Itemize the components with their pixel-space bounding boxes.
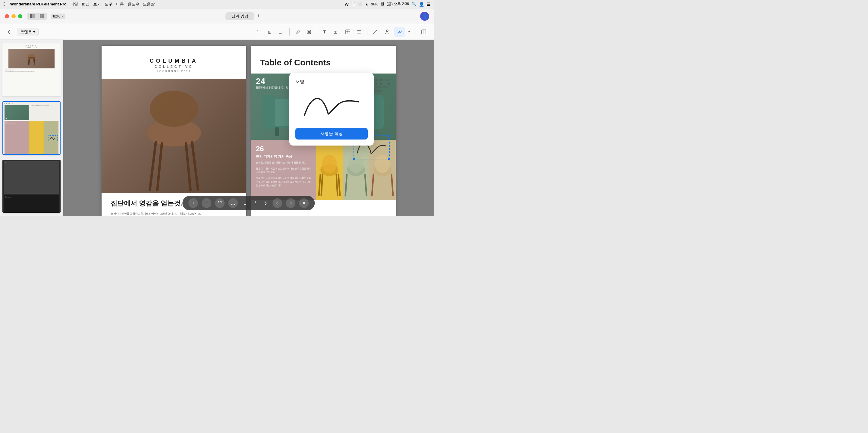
signature-tool-group: ▾ bbox=[394, 27, 413, 37]
menu-help[interactable]: 도움말 bbox=[143, 1, 155, 7]
menu-edit[interactable]: 편집 bbox=[82, 1, 90, 7]
insert-table-button[interactable] bbox=[342, 27, 353, 37]
add-tab-button[interactable]: + bbox=[257, 13, 260, 19]
create-signature-button[interactable]: 서명을 작성 bbox=[296, 128, 368, 140]
datetime: (금) 오후 2:36 bbox=[387, 1, 409, 7]
titlebar: 82% ▾ 집과 영감 + 👤 bbox=[0, 8, 434, 24]
lookbook-year: LOOKBOOK 2019 bbox=[111, 70, 237, 73]
shape-person-button[interactable] bbox=[382, 27, 393, 37]
zoom-out-button[interactable]: − bbox=[202, 198, 211, 208]
back-button[interactable] bbox=[5, 28, 13, 36]
signature-button[interactable] bbox=[394, 27, 405, 37]
page-separator: / bbox=[252, 201, 258, 206]
menubar-left:  Wondershare PDFelement Pro 파일 편집 보기 도구… bbox=[4, 1, 155, 7]
toolbar-nav bbox=[5, 28, 13, 36]
left-para-1: 스칸디나비아를탐험하고현지코리에이티브와유명디자이너를만나보십시오. bbox=[111, 212, 237, 216]
resize-handle-tr[interactable] bbox=[388, 135, 390, 137]
comment-dropdown-icon: ▾ bbox=[33, 30, 35, 34]
page-thumb-3[interactable]: 28 30 마름모 및 의자 3 bbox=[2, 160, 61, 213]
svg-line-37 bbox=[33, 59, 34, 65]
menu-window[interactable]: 윈도우 bbox=[127, 1, 139, 7]
text-button[interactable]: T bbox=[319, 27, 330, 37]
signature-popup-title: 서명 bbox=[296, 79, 368, 85]
traffic-lights bbox=[5, 14, 22, 19]
strikethrough-button[interactable]: S bbox=[253, 27, 264, 37]
svg-text:T: T bbox=[323, 30, 326, 34]
total-pages: 5 bbox=[262, 201, 269, 206]
zoom-value: 82% bbox=[53, 14, 60, 19]
sidebar-toggle-button[interactable] bbox=[418, 27, 429, 37]
svg-rect-5 bbox=[42, 16, 44, 18]
view-toggle bbox=[27, 13, 47, 20]
next-page-button[interactable] bbox=[286, 198, 296, 208]
svg-line-35 bbox=[34, 58, 35, 65]
svg-line-42 bbox=[157, 144, 162, 190]
comment-button[interactable]: 코멘트 ▾ bbox=[17, 28, 38, 36]
document-tab[interactable]: 집과 영감 bbox=[225, 12, 254, 20]
view-grid-btn[interactable] bbox=[37, 13, 46, 19]
fit-page-button[interactable] bbox=[215, 198, 224, 208]
pdf-viewer[interactable]: COLUMBIA COLLECTIVE LOOKBOOK 2019 bbox=[63, 40, 434, 216]
svg-marker-12 bbox=[296, 30, 300, 34]
fullscreen-button[interactable] bbox=[18, 14, 22, 19]
zoom-arrow-icon: ▾ bbox=[61, 15, 63, 18]
resize-handle-bl[interactable] bbox=[353, 158, 355, 160]
main-content: COLUMBIA COLLECTIVE bbox=[0, 40, 434, 216]
search-icon[interactable]: 🔍 bbox=[411, 2, 416, 7]
close-nav-button[interactable]: ✕ bbox=[299, 198, 309, 208]
screen-icon: ⬜ bbox=[358, 2, 363, 6]
minimize-button[interactable] bbox=[11, 14, 16, 19]
svg-point-39 bbox=[150, 91, 198, 127]
signature-dropdown-icon[interactable]: ▾ bbox=[405, 27, 413, 37]
pdf-bottom-nav: + − 1 / 5 ✕ bbox=[182, 196, 315, 210]
toc-para-2: 좋은디자인의핵심에는건설자에대한눈우수온존중과배려가필요함이다. bbox=[256, 167, 311, 174]
divider2 bbox=[317, 28, 317, 36]
clear-button[interactable] bbox=[304, 27, 314, 37]
svg-line-34 bbox=[28, 58, 29, 65]
resize-handle-br[interactable] bbox=[388, 158, 390, 160]
svg-line-40 bbox=[150, 142, 156, 190]
svg-point-29 bbox=[386, 30, 388, 32]
user-avatar[interactable]: 👤 bbox=[420, 12, 429, 21]
fit-width-button[interactable] bbox=[228, 198, 238, 208]
underline-button[interactable]: U bbox=[265, 27, 276, 37]
view-sidebar-btn[interactable] bbox=[28, 13, 37, 19]
signature-canvas[interactable] bbox=[296, 88, 368, 124]
svg-rect-0 bbox=[30, 14, 32, 18]
menu-move[interactable]: 이동 bbox=[116, 1, 124, 7]
toolbar: 코멘트 ▾ S U U T bbox=[0, 24, 434, 40]
toc-title: Table of Contents bbox=[260, 58, 387, 67]
zoom-control[interactable]: 82% ▾ bbox=[51, 13, 65, 19]
signature-popup: 서명 서명을 작성 bbox=[289, 73, 374, 146]
menubar:  Wondershare PDFelement Pro 파일 편집 보기 도구… bbox=[0, 0, 434, 8]
page-thumb-2[interactable]: Table of Contents 24 1965년여름, 기이한맨쿠버아집의일… bbox=[2, 101, 61, 155]
chair-image bbox=[101, 79, 246, 193]
eraser-button[interactable] bbox=[292, 27, 303, 37]
menu-file[interactable]: 파일 bbox=[70, 1, 78, 7]
svg-rect-30 bbox=[422, 30, 426, 34]
align-button[interactable] bbox=[354, 27, 365, 37]
svg-text:U: U bbox=[279, 30, 282, 34]
menu-tools[interactable]: 도구 bbox=[104, 1, 113, 7]
close-button[interactable] bbox=[5, 14, 9, 19]
user-icon[interactable]: 👤 bbox=[419, 2, 424, 7]
toc-para-3: 덴마크가능주의의끝임없는미학에대부이는활민풍을더불안이름의틀브의공장벽에에일때된… bbox=[256, 177, 311, 187]
menubar-right: W 📄 ⬜ ▲ 96% 한 (금) 오후 2:36 🔍 👤 ☰ bbox=[345, 1, 430, 7]
prev-page-button[interactable] bbox=[273, 198, 282, 208]
toc-entry-26-num: 26 bbox=[256, 145, 311, 153]
underline2-button[interactable]: U bbox=[276, 27, 287, 37]
svg-rect-19 bbox=[334, 33, 337, 34]
svg-line-26 bbox=[373, 30, 377, 34]
apple-logo-icon[interactable]:  bbox=[4, 1, 5, 7]
zoom-in-button[interactable]: + bbox=[188, 198, 198, 208]
page-thumb-1[interactable]: COLUMBIA COLLECTIVE bbox=[2, 43, 61, 96]
toc-para-1: 순박함, 장인정신, 기증이는 기능과 품품된 제고. bbox=[256, 161, 311, 164]
erase-tools bbox=[292, 27, 314, 37]
text-format-button[interactable]: T bbox=[331, 27, 342, 37]
line-button[interactable] bbox=[370, 27, 381, 37]
menu-icon[interactable]: ☰ bbox=[427, 2, 430, 7]
menu-view[interactable]: 보기 bbox=[93, 1, 101, 7]
brand-name: COLUMBIA bbox=[111, 58, 237, 64]
svg-text:T: T bbox=[334, 30, 337, 34]
page-header-left: COLUMBIA COLLECTIVE LOOKBOOK 2019 bbox=[101, 46, 246, 79]
